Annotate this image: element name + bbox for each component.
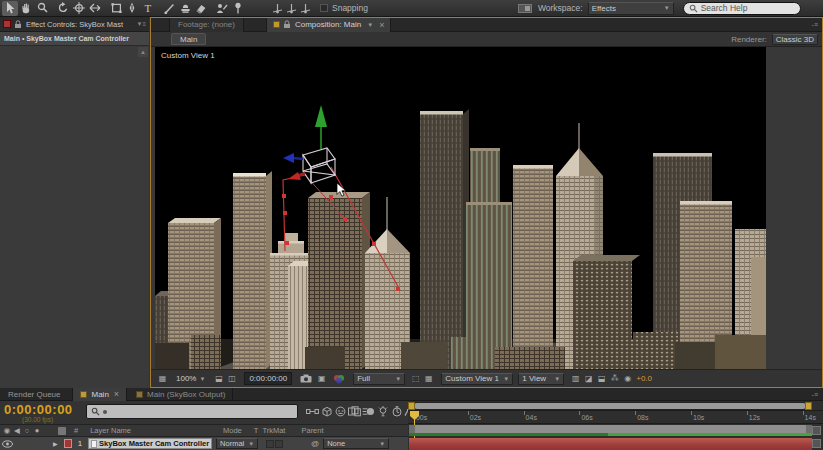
navigator-handle-right[interactable] (805, 402, 812, 410)
ruler-label: 08s (637, 414, 648, 421)
chevron-down-icon: ▼ (661, 5, 670, 11)
view-axis-icon[interactable] (298, 1, 312, 16)
layer-color-swatch[interactable] (64, 439, 72, 448)
timeline-button-icon[interactable]: ⬓ (595, 372, 608, 385)
layer-row[interactable]: ▶ 1 SkyBox Master Cam Controller Normal▼… (0, 437, 408, 450)
mode-dropdown[interactable]: Normal▼ (216, 438, 258, 449)
tool-brush-icon[interactable] (161, 1, 177, 16)
frame-blend-icon[interactable] (348, 405, 361, 418)
workspace-dropdown[interactable]: Effects▼ (588, 2, 674, 15)
track-side-button-bottom[interactable] (812, 439, 821, 448)
exposure-reset-icon[interactable]: ◉ (621, 372, 634, 385)
snapping-checkbox[interactable] (320, 4, 328, 12)
tool-puppet-pin-icon[interactable] (230, 1, 246, 16)
tool-pen-icon[interactable] (124, 1, 140, 16)
mask-visibility-icon[interactable]: ◫ (225, 372, 238, 385)
ruler-label: 12s (749, 414, 760, 421)
tool-zoom-icon[interactable] (34, 1, 50, 16)
trkmat-column[interactable]: TrkMat (262, 426, 285, 435)
tool-eraser-icon[interactable] (193, 1, 209, 16)
tab-output[interactable]: Main (SkyBox Output) (129, 388, 233, 401)
tab-render-queue[interactable]: Render Queue (0, 390, 68, 399)
show-snapshot-icon[interactable]: ▣ (315, 372, 328, 385)
roi-icon[interactable]: ⬚ (409, 372, 422, 385)
tool-mask-shape-icon[interactable] (108, 1, 124, 16)
effect-controls-panel: Effect Controls: SkyBox Mast ▼≡ Main • S… (0, 17, 149, 388)
transparency-grid-icon[interactable]: ▦ (422, 372, 435, 385)
resolution-dropdown[interactable]: Full▼ (353, 373, 405, 385)
panel-menu-icon[interactable]: ▼≡ (137, 21, 146, 27)
time-ruler[interactable]: :00s02s04s06s08s10s12s14s (408, 410, 823, 424)
panel-menu-icon[interactable]: -≡ (812, 391, 818, 398)
mode-column[interactable]: Mode (223, 426, 242, 435)
close-icon[interactable]: × (114, 389, 119, 399)
ruler-label: 10s (693, 414, 704, 421)
grid-options-icon[interactable]: ▦ (156, 372, 169, 385)
tab-main[interactable]: Main × (72, 388, 127, 401)
renderer-label: Renderer: (731, 35, 767, 44)
shy-icon[interactable] (334, 405, 347, 418)
work-area-bar[interactable] (409, 425, 812, 433)
ruler-label: 04s (526, 414, 537, 421)
layer-name-field[interactable]: SkyBox Master Cam Controller (88, 438, 212, 449)
close-icon[interactable]: × (379, 20, 384, 30)
tool-selection-icon[interactable] (2, 1, 18, 16)
safe-zones-icon[interactable]: ⬓ (212, 372, 225, 385)
comp-viewport[interactable]: Custom View 1 (155, 47, 766, 369)
current-time-display[interactable]: 0:00:00:00 (4, 402, 73, 417)
effect-controls-tab[interactable]: Effect Controls: SkyBox Mast (26, 20, 123, 29)
pixel-aspect-icon[interactable]: ▥ (569, 372, 582, 385)
footage-tab[interactable]: Footage: (none) (169, 18, 244, 32)
pickwhip-icon[interactable]: @ (311, 439, 319, 448)
time-navigator[interactable] (408, 402, 812, 410)
expand-arrow[interactable]: ▶ (53, 440, 58, 447)
brainstorm-icon[interactable] (376, 405, 389, 418)
snapshot-camera-icon[interactable] (300, 374, 312, 383)
track-side-button-top[interactable] (812, 426, 821, 435)
parent-column[interactable]: Parent (301, 426, 323, 435)
flowchart-icon[interactable]: ⁂ (608, 372, 621, 385)
local-axis-icon[interactable] (270, 1, 284, 16)
chevron-down-icon[interactable]: ▼ (367, 22, 373, 28)
layer-duration-bar[interactable] (409, 438, 812, 450)
search-help-input[interactable]: Search Help (683, 2, 801, 15)
layer-index: 1 (78, 439, 82, 448)
label-column-icon (58, 427, 66, 435)
view-dropdown[interactable]: Custom View 1▼ (441, 373, 513, 385)
navigator-handle-left[interactable] (408, 402, 415, 410)
t-column[interactable]: T (254, 426, 259, 435)
tool-pan-behind-icon[interactable] (87, 1, 103, 16)
mini-flowchart-icon[interactable] (306, 405, 319, 418)
world-axis-icon[interactable] (284, 1, 298, 16)
comp-time-display[interactable]: 0:00:00:00 (244, 372, 292, 385)
channel-icon[interactable] (333, 374, 346, 384)
tool-clone-stamp-icon[interactable] (177, 1, 193, 16)
parent-dropdown[interactable]: None▼ (323, 438, 389, 449)
eye-icon[interactable] (2, 440, 13, 448)
composition-tab[interactable]: Composition: Main ▼ × (266, 18, 391, 32)
zoom-dropdown[interactable]: 100%▼ (173, 373, 208, 385)
tool-roto-brush-icon[interactable] (214, 1, 230, 16)
exposure-value[interactable]: +0.0 (636, 374, 652, 383)
panel-menu-icon[interactable]: -≡ (812, 21, 818, 28)
null-object-gizmo[interactable] (283, 105, 335, 183)
tool-unified-camera-icon[interactable] (71, 1, 87, 16)
tool-rotate-icon[interactable] (55, 1, 71, 16)
layer-name-column[interactable]: Layer Name (90, 426, 131, 435)
motion-blur-icon[interactable] (362, 405, 375, 418)
comp-nav-tab-main[interactable]: Main (171, 33, 206, 45)
ruler-label: 14s (805, 414, 816, 421)
timeline-search-input[interactable] (86, 404, 298, 419)
tool-hand-icon[interactable] (18, 1, 34, 16)
trkmat-cell (266, 440, 274, 448)
view-layout-dropdown[interactable]: 1 View▼ (518, 373, 564, 385)
search-options-dot (103, 410, 107, 414)
search-icon (91, 407, 100, 416)
workspace-label: Workspace: (538, 3, 583, 13)
renderer-button[interactable]: Classic 3D (772, 34, 818, 45)
fast-preview-icon[interactable]: ◪ (582, 372, 595, 385)
tool-type-icon[interactable]: T (140, 1, 156, 16)
scrollbar[interactable]: ▲ (138, 47, 148, 57)
draft-3d-icon[interactable] (320, 405, 333, 418)
auto-keyframe-icon[interactable] (390, 405, 403, 418)
